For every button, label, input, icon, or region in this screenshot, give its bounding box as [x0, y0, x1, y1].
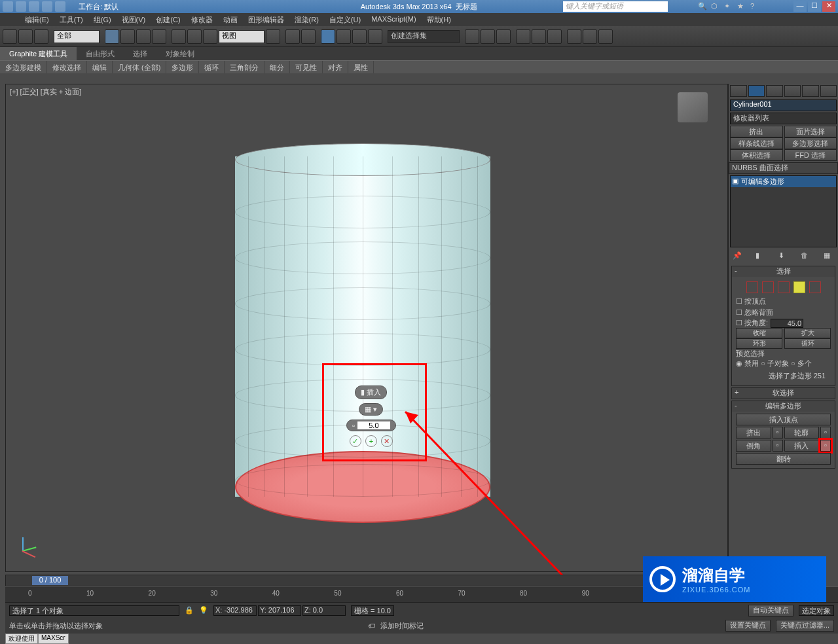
tab-modify-icon[interactable]	[748, 85, 765, 97]
set-patchsel[interactable]: 面片选择	[784, 126, 837, 137]
btn-shrink[interactable]: 收缩	[736, 328, 782, 338]
autokey-button[interactable]: 自动关键点	[748, 605, 793, 617]
config-icon[interactable]: ▦	[824, 251, 834, 262]
radio-subobj[interactable]: ○ 子对象	[761, 359, 789, 367]
chk-byangle[interactable]: ☐ 按角度:	[736, 318, 768, 328]
set-volsel[interactable]: 体积选择	[730, 149, 783, 161]
frame-indicator[interactable]: 0 / 100	[32, 576, 68, 585]
btn-extrude[interactable]: 挤出	[736, 427, 771, 438]
rsub-edit[interactable]: 编辑	[87, 61, 113, 73]
subobj-polygon-icon[interactable]	[793, 281, 805, 293]
coord-z[interactable]: Z: 0.0	[302, 605, 346, 616]
keymode-dropdown[interactable]: 选定对象	[799, 605, 834, 616]
caddy-type-dropdown[interactable]: ▦ ▾	[359, 403, 383, 416]
rsub-props[interactable]: 属性	[348, 61, 374, 73]
menu-maxscript[interactable]: MAXScript(M)	[366, 13, 421, 26]
rsub-align[interactable]: 对齐	[323, 61, 348, 73]
mirror-icon[interactable]	[465, 29, 479, 44]
tab-motion-icon[interactable]	[784, 85, 801, 97]
minimize-button[interactable]: —	[793, 1, 807, 12]
rsub-polys[interactable]: 多边形	[166, 61, 199, 73]
btn-bevel[interactable]: 倒角	[736, 440, 771, 452]
timetag-icon[interactable]: 🏷	[368, 622, 375, 630]
menu-modifiers[interactable]: 修改器	[186, 13, 218, 26]
schematic-icon[interactable]	[532, 29, 546, 44]
isolate-icon[interactable]: 💡	[199, 606, 208, 615]
set-ffdsel[interactable]: FFD 选择	[784, 149, 837, 161]
render-icon[interactable]	[598, 29, 613, 44]
caddy-title[interactable]: ▮ 插入	[355, 385, 387, 399]
align-icon[interactable]	[481, 29, 495, 44]
bind-icon[interactable]	[34, 29, 48, 44]
btn-inset-settings[interactable]: ▫	[820, 440, 831, 452]
tab-display-icon[interactable]	[802, 85, 819, 97]
angle-spinner[interactable]	[771, 319, 803, 328]
xchange-icon[interactable]: ✦	[724, 2, 733, 11]
script-listener[interactable]: 欢迎使用 MAXScr	[5, 634, 69, 644]
caddy-ok-button[interactable]: ✓	[350, 435, 361, 447]
btn-insertvertex[interactable]: 插入顶点	[736, 414, 831, 425]
btn-outline-settings[interactable]: ▫	[820, 427, 831, 438]
star-icon[interactable]: ★	[737, 2, 746, 11]
manip-icon[interactable]	[285, 29, 300, 44]
ref-coord[interactable]: 视图	[219, 30, 264, 43]
subobj-border-icon[interactable]	[778, 281, 790, 293]
select-name-icon[interactable]	[120, 29, 135, 44]
rollout-softsel-head[interactable]: 软选择	[732, 388, 835, 399]
btn-outline[interactable]: 轮廓	[784, 427, 820, 438]
stack-item-epoly[interactable]: 可编辑多边形	[731, 176, 836, 187]
setkey-button[interactable]: 设置关键点	[725, 620, 771, 632]
qat-new-icon[interactable]	[3, 1, 13, 12]
qat-redo-icon[interactable]	[55, 1, 65, 12]
menu-rendering[interactable]: 渲染(R)	[289, 13, 324, 26]
rollout-editpoly-head[interactable]: 编辑多边形	[732, 401, 835, 412]
unique-icon[interactable]: ⬇	[778, 251, 789, 262]
btn-inset[interactable]: 插入	[784, 440, 820, 452]
tab-create-icon[interactable]	[730, 85, 747, 97]
tab-hierarchy-icon[interactable]	[766, 85, 783, 97]
modifier-stack[interactable]: 可编辑多边形	[730, 175, 837, 247]
ribbon-freeform[interactable]: 自由形式	[77, 47, 124, 60]
rsub-tri[interactable]: 三角剖分	[225, 61, 264, 73]
rendersetup-icon[interactable]	[567, 29, 581, 44]
viewport-label[interactable]: [+] [正交] [真实 + 边面]	[10, 87, 81, 97]
curveeditor-icon[interactable]	[516, 29, 530, 44]
selection-filter[interactable]: 全部	[54, 30, 100, 43]
workspace-label[interactable]: 工作台: 默认	[79, 2, 118, 12]
rsub-polymodel[interactable]: 多边形建模	[0, 61, 47, 73]
rsub-subdiv[interactable]: 细分	[264, 61, 290, 73]
subobj-vertex-icon[interactable]	[746, 281, 758, 293]
btn-loop[interactable]: 循环	[784, 338, 831, 349]
menu-group[interactable]: 组(G)	[88, 13, 117, 26]
pivot-icon[interactable]	[266, 29, 280, 44]
pin-stack-icon[interactable]: 📌	[733, 251, 743, 262]
unlink-icon[interactable]	[18, 29, 33, 44]
layers-icon[interactable]	[496, 29, 511, 44]
named-sel-set[interactable]: 创建选择集	[388, 30, 460, 43]
subs-icon[interactable]: ⬡	[711, 2, 720, 11]
select-object-icon[interactable]	[105, 29, 119, 44]
set-splinesel[interactable]: 样条线选择	[730, 137, 783, 149]
btn-grow[interactable]: 扩大	[784, 328, 831, 338]
viewport[interactable]: [+] [正交] [真实 + 边面] ▮ 插入 ▦ ▾ ▫ 5.0 ✓ + ✕	[5, 84, 728, 572]
lock-icon[interactable]: 🔒	[185, 606, 194, 615]
renderframe-icon[interactable]	[583, 29, 597, 44]
percent-snap-icon[interactable]	[352, 29, 367, 44]
help-search[interactable]: 键入关键字或短语	[563, 1, 668, 12]
menu-customize[interactable]: 自定义(U)	[324, 13, 366, 26]
keyfilter-button[interactable]: 关键点过滤器...	[776, 620, 834, 632]
link-icon[interactable]	[3, 29, 17, 44]
close-button[interactable]: ✕	[822, 1, 835, 12]
rsub-geomall[interactable]: 几何体 (全部)	[113, 61, 166, 73]
spinner-snap-icon[interactable]	[368, 29, 382, 44]
ribbon-selection[interactable]: 选择	[124, 47, 156, 60]
coord-y[interactable]: Y: 207.106	[258, 605, 301, 616]
move-icon[interactable]	[172, 29, 186, 44]
caddy-apply-button[interactable]: +	[365, 435, 377, 447]
rsub-modifysel[interactable]: 修改选择	[47, 61, 87, 73]
ribbon-objpaint[interactable]: 对象绘制	[156, 47, 204, 60]
add-timetag[interactable]: 添加时间标记	[380, 621, 424, 631]
material-icon[interactable]	[547, 29, 562, 44]
maximize-button[interactable]: ☐	[808, 1, 821, 12]
rotate-icon[interactable]	[187, 29, 202, 44]
